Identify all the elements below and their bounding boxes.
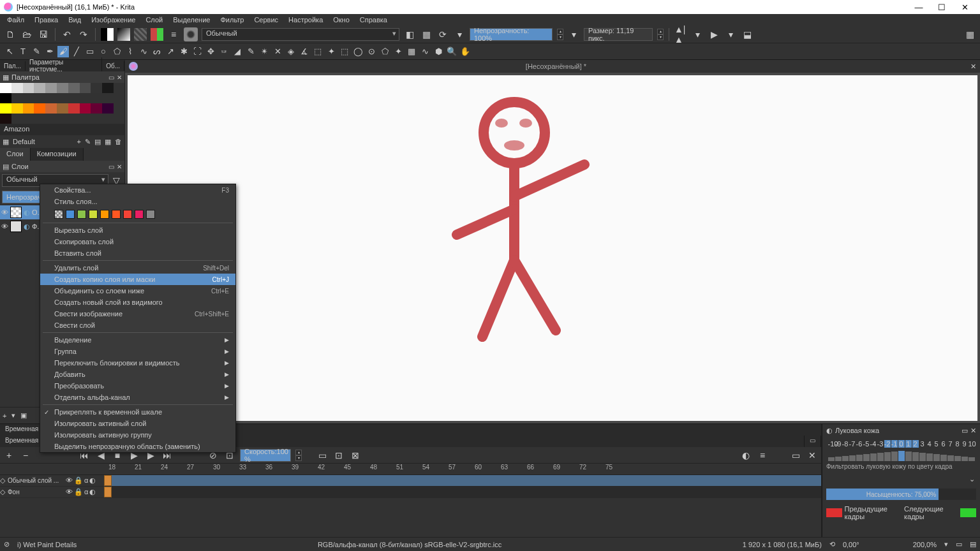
dock-tab-palette[interactable]: Пал...: [0, 61, 26, 71]
line-tool-icon[interactable]: ╱: [71, 46, 82, 57]
float-icon[interactable]: ▭: [108, 74, 114, 81]
context-menu-item[interactable]: Создать новый слой из видимого: [40, 297, 235, 308]
close-icon[interactable]: ✕: [970, 427, 976, 435]
palette-swatch[interactable]: [80, 83, 91, 93]
close-icon[interactable]: ✕: [806, 449, 819, 462]
timeline-track[interactable]: ◇ Фон 👁🔒α◐: [0, 487, 821, 498]
layer-color-swatch[interactable]: [123, 210, 132, 219]
chevron-down-icon[interactable]: ▾: [453, 28, 466, 41]
workspace-icon[interactable]: ▦: [963, 28, 976, 41]
zoom-tool-icon[interactable]: 🔍: [446, 46, 457, 57]
layer-color-swatch[interactable]: [66, 210, 75, 219]
close-dock-icon[interactable]: ✕: [117, 74, 122, 81]
bezier-tool-icon[interactable]: ∿: [138, 46, 149, 57]
palette-swatch[interactable]: [57, 103, 68, 114]
context-menu-item[interactable]: Добавить▶: [40, 369, 235, 380]
context-menu-item[interactable]: Переключить блокировки и видимость▶: [40, 357, 235, 369]
palette-swatch[interactable]: [11, 103, 23, 114]
onion-toggle-icon[interactable]: ◐: [739, 449, 752, 462]
select-magnetic-icon[interactable]: ⬢: [433, 46, 444, 57]
wraparound-icon[interactable]: ⬓: [741, 28, 754, 41]
select-bezier-icon[interactable]: ∿: [419, 46, 431, 57]
layer-color-swatch[interactable]: [146, 210, 155, 219]
saturation-slider[interactable]: Насыщенность: 75,00%: [826, 489, 976, 500]
eraser-toggle-icon[interactable]: ◧: [403, 28, 416, 41]
context-menu-item[interactable]: Свойства...F3: [40, 184, 235, 196]
visibility-icon[interactable]: 👁: [66, 488, 73, 496]
polyline-tool-icon[interactable]: ⌇: [124, 46, 136, 57]
context-menu-item[interactable]: Изолировать активную группу: [40, 429, 235, 441]
multibrush-icon[interactable]: ✱: [178, 46, 189, 57]
brush-settings-icon[interactable]: ≡: [167, 28, 180, 41]
context-menu-item[interactable]: Группа▶: [40, 346, 235, 357]
dynamic-brush-icon[interactable]: ↗: [165, 46, 176, 57]
menu-window[interactable]: Окно: [329, 15, 354, 24]
remove-keyframe-icon[interactable]: −: [19, 449, 32, 462]
rect-tool-icon[interactable]: ▭: [84, 46, 96, 57]
edit-swatch-icon[interactable]: ✎: [85, 138, 91, 146]
palette-swatch[interactable]: [34, 103, 45, 114]
smart-patch-icon[interactable]: ✴: [258, 46, 270, 57]
context-menu-item[interactable]: Удалить слойShift+Del: [40, 262, 235, 274]
pan-tool-icon[interactable]: ✋: [459, 46, 471, 57]
select-poly-icon[interactable]: ⬠: [379, 46, 390, 57]
close-button[interactable]: ✕: [953, 3, 976, 12]
document-tab[interactable]: [Несохранённый] *: [526, 62, 586, 70]
mirror-v-icon[interactable]: ▶: [708, 28, 720, 41]
alpha-icon[interactable]: α: [84, 488, 88, 496]
edit-shapes-icon[interactable]: ✎: [31, 46, 42, 57]
reference-tool-icon[interactable]: ⬚: [312, 46, 323, 57]
redo-icon[interactable]: ↷: [77, 28, 90, 41]
brush-tool-icon[interactable]: 🖌: [57, 46, 69, 57]
color-swap-icon[interactable]: [151, 28, 163, 41]
visibility-icon[interactable]: 👁: [1, 209, 8, 216]
menu-edit[interactable]: Правка: [30, 15, 63, 24]
next-color-swatch[interactable]: [960, 508, 976, 517]
context-menu-item[interactable]: Вырезать слой: [40, 224, 235, 236]
palette-swatch[interactable]: [0, 114, 11, 124]
select-lasso-icon[interactable]: ⊙: [366, 46, 377, 57]
chevron-down-icon[interactable]: ▾: [691, 28, 704, 41]
timeline-menu-icon[interactable]: ≡: [756, 449, 769, 462]
visibility-icon[interactable]: 👁: [1, 223, 8, 230]
list-view-icon[interactable]: ▦: [105, 138, 111, 146]
timeline-track[interactable]: ◇ Обычный слой ... 👁🔒α◐: [0, 475, 821, 487]
pattern-edit-icon[interactable]: ✦: [325, 46, 337, 57]
select-rect-icon[interactable]: ⬚: [339, 46, 350, 57]
palette-grid-2[interactable]: [0, 103, 124, 124]
palette-swatch[interactable]: [102, 83, 114, 93]
layer-color-swatch[interactable]: [89, 210, 98, 219]
grid-view-icon[interactable]: ▤: [94, 138, 101, 146]
context-menu-item[interactable]: Скопировать слой: [40, 236, 235, 247]
palette-grid[interactable]: [0, 83, 124, 103]
palette-swatch[interactable]: [102, 103, 114, 114]
new-file-icon[interactable]: 🗋: [4, 28, 17, 41]
onion-opacity-bars[interactable]: [822, 451, 980, 461]
lock-icon[interactable]: 🔒: [74, 476, 83, 485]
color-picker-icon[interactable]: ✎: [245, 46, 256, 57]
select-similar-icon[interactable]: ▦: [406, 46, 417, 57]
rotate-icon[interactable]: ⟲: [829, 540, 835, 548]
gradient-tool-icon[interactable]: ◢: [232, 46, 243, 57]
palette-swatch[interactable]: [91, 83, 102, 93]
palette-swatch[interactable]: [68, 83, 80, 93]
lock-icon[interactable]: 🔒: [74, 488, 83, 496]
speed-slider[interactable]: Скорость:100 %: [240, 449, 291, 462]
palette-swatch[interactable]: [34, 83, 45, 93]
context-menu-item[interactable]: Объединить со слоем нижеCtrl+E: [40, 285, 235, 297]
palette-swatch[interactable]: [0, 93, 11, 103]
context-menu-item[interactable]: Изолировать активный слой: [40, 418, 235, 429]
menu-settings[interactable]: Настройка: [284, 15, 327, 24]
chevron-down-icon[interactable]: ▾: [724, 28, 737, 41]
assistant-tool-icon[interactable]: ◈: [285, 46, 297, 57]
palette-swatch[interactable]: [23, 103, 34, 114]
timeline-ruler[interactable]: 1821242730333639424548515457606366697275: [0, 464, 821, 475]
fit-timeline-icon[interactable]: ⊡: [332, 449, 345, 462]
tab-layers[interactable]: Слои: [0, 148, 31, 161]
calligraphy-icon[interactable]: ✒: [44, 46, 56, 57]
menu-file[interactable]: Файл: [3, 15, 29, 24]
palette-swatch[interactable]: [11, 83, 23, 93]
canvas[interactable]: [128, 75, 977, 421]
minimize-button[interactable]: —: [907, 3, 930, 12]
menu-help[interactable]: Справка: [355, 15, 392, 24]
